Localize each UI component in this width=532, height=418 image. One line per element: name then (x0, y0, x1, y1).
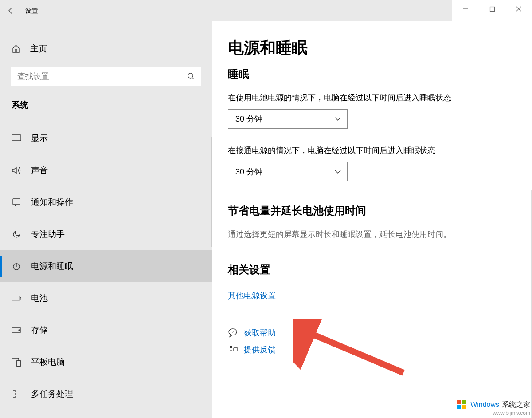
section-sleep-title: 睡眠 (228, 67, 532, 81)
feedback-icon (228, 345, 244, 355)
display-icon (12, 134, 21, 142)
home-link[interactable]: 主页 (0, 39, 212, 59)
watermark-suffix: 系统之家 (502, 400, 530, 410)
nav-item-multitask[interactable]: 多任务处理 (0, 378, 212, 410)
svg-rect-0 (490, 7, 494, 11)
watermark: Windows 系统之家 www.bjjmlv.com (456, 399, 530, 416)
section-save-title: 节省电量并延长电池使用时间 (228, 204, 532, 218)
chevron-down-icon (334, 168, 342, 177)
svg-rect-20 (462, 405, 466, 409)
sidebar: 主页 系统 显示 声音 通知和操作 (0, 21, 212, 418)
nav-item-power[interactable]: 电源和睡眠 (0, 250, 212, 282)
get-help-link[interactable]: ? 获取帮助 (228, 327, 532, 338)
sound-icon (12, 166, 21, 175)
search-input[interactable] (11, 72, 181, 81)
svg-rect-2 (12, 135, 21, 141)
dropdown-value: 30 分钟 (235, 166, 262, 177)
plugged-sleep-label: 在接通电源的情况下，电脑在经过以下时间后进入睡眠状态 (228, 145, 532, 157)
svg-text:?: ? (231, 330, 234, 334)
storage-icon (12, 327, 21, 333)
window-title: 设置 (25, 7, 38, 15)
nav-label: 电池 (31, 292, 48, 304)
watermark-url: www.bjjmlv.com (456, 410, 530, 416)
chevron-down-icon (334, 115, 342, 125)
home-icon (12, 44, 21, 53)
help-label: 获取帮助 (244, 327, 276, 338)
watermark-brand: Windows (470, 401, 499, 409)
svg-rect-17 (457, 400, 461, 404)
feedback-link[interactable]: 提供反馈 (228, 344, 532, 355)
battery-sleep-dropdown[interactable]: 30 分钟 (228, 109, 348, 129)
svg-point-1 (188, 73, 193, 78)
nav-item-tablet[interactable]: 平板电脑 (0, 346, 212, 378)
power-icon (12, 262, 21, 271)
nav-item-storage[interactable]: 存储 (0, 314, 212, 346)
page-title: 电源和睡眠 (228, 37, 532, 59)
content-area: 电源和睡眠 睡眠 在使用电池电源的情况下，电脑在经过以下时间后进入睡眠状态 30… (212, 21, 532, 418)
home-label: 主页 (30, 43, 47, 55)
back-button[interactable] (0, 0, 21, 21)
nav-item-battery[interactable]: 电池 (0, 282, 212, 314)
plugged-sleep-dropdown[interactable]: 30 分钟 (228, 162, 348, 181)
svg-point-8 (19, 330, 20, 331)
search-icon (181, 72, 201, 80)
dropdown-value: 30 分钟 (235, 114, 262, 124)
svg-rect-19 (457, 405, 461, 409)
notifications-icon (12, 198, 21, 207)
search-box[interactable] (11, 67, 201, 86)
svg-rect-10 (16, 361, 21, 366)
nav-list: 显示 声音 通知和操作 专注助手 电源和睡眠 电池 (0, 122, 212, 410)
save-tip: 通过选择更短的屏幕显示时长和睡眠设置，延长电池使用时间。 (228, 229, 532, 241)
battery-icon (12, 295, 21, 301)
svg-rect-15 (234, 348, 238, 351)
nav-label: 显示 (31, 133, 48, 144)
tablet-icon (12, 358, 21, 367)
nav-label: 专注助手 (31, 229, 65, 240)
category-header: 系统 (0, 99, 212, 111)
nav-label: 通知和操作 (31, 197, 73, 208)
windows-logo-icon (456, 399, 468, 410)
minimize-button[interactable] (452, 0, 479, 18)
nav-label: 平板电脑 (31, 356, 65, 368)
other-power-settings-link[interactable]: 其他电源设置 (228, 290, 276, 301)
nav-label: 多任务处理 (31, 388, 73, 400)
svg-rect-6 (20, 297, 21, 299)
multitask-icon (12, 390, 21, 398)
svg-rect-18 (462, 400, 466, 404)
nav-label: 电源和睡眠 (31, 260, 73, 272)
close-button[interactable] (505, 0, 532, 18)
svg-point-14 (230, 346, 232, 348)
window-controls (452, 0, 532, 21)
feedback-label: 提供反馈 (244, 344, 276, 355)
svg-rect-3 (13, 199, 20, 205)
svg-rect-5 (12, 296, 20, 300)
nav-item-sound[interactable]: 声音 (0, 154, 212, 186)
nav-label: 存储 (31, 324, 48, 336)
battery-sleep-label: 在使用电池电源的情况下，电脑在经过以下时间后进入睡眠状态 (228, 92, 532, 104)
maximize-button[interactable] (479, 0, 505, 18)
nav-item-display[interactable]: 显示 (0, 122, 212, 154)
nav-item-notifications[interactable]: 通知和操作 (0, 186, 212, 218)
nav-item-focus[interactable]: 专注助手 (0, 218, 212, 250)
focus-icon (12, 230, 21, 239)
section-related-title: 相关设置 (228, 263, 532, 277)
help-icon: ? (228, 328, 244, 338)
nav-label: 声音 (31, 165, 48, 176)
